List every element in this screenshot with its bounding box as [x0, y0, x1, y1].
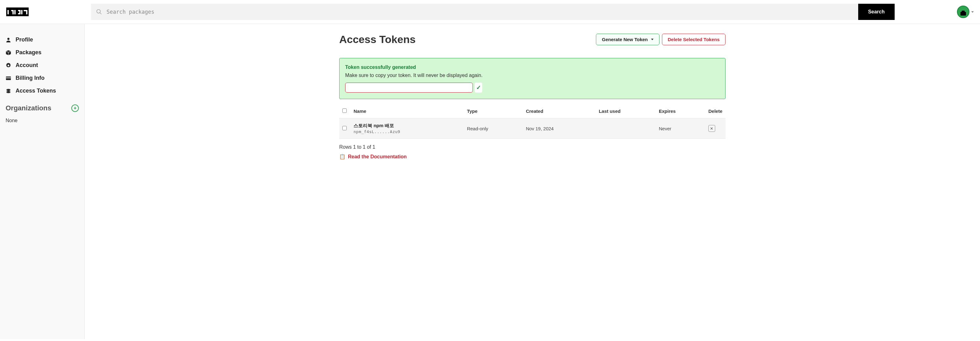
sidebar-item-label: Profile [16, 37, 33, 43]
page-head: Access Tokens Generate New Token Delete … [339, 33, 725, 46]
token-masked: npm_f4sL......Azu9 [353, 129, 400, 134]
svg-rect-3 [11, 11, 13, 14]
tokens-table: Name Type Created Last used Expires Dele… [339, 104, 725, 139]
sidebar-item-packages[interactable]: Packages [0, 46, 84, 59]
svg-point-19 [6, 90, 11, 92]
td-lastused [596, 118, 656, 139]
td-created: Nov 19, 2024 [523, 118, 596, 139]
npm-logo[interactable] [6, 8, 29, 16]
svg-point-18 [6, 89, 11, 91]
sidebar-item-label: Packages [16, 49, 41, 56]
svg-line-12 [100, 13, 102, 14]
svg-rect-6 [18, 11, 19, 13]
page-title: Access Tokens [339, 33, 415, 46]
person-icon [6, 37, 11, 43]
package-icon [6, 50, 11, 56]
card-icon [6, 75, 11, 81]
doc-link-row: 📋 Read the Documentation [339, 152, 725, 161]
generate-token-button[interactable]: Generate New Token [596, 33, 659, 45]
org-title: Organizations [6, 104, 51, 112]
table-row: 스토리북 npm 배포 npm_f4sL......Azu9 Read-only… [339, 118, 725, 139]
svg-rect-17 [6, 77, 11, 78]
th-name: Name [350, 104, 464, 118]
user-menu[interactable] [957, 6, 974, 18]
org-header: Organizations + [0, 97, 84, 115]
th-select [339, 104, 350, 118]
th-lastused: Last used [596, 104, 656, 118]
search-form: Search [91, 4, 895, 20]
chevron-down-icon [651, 39, 654, 40]
th-delete: Delete [705, 104, 725, 118]
content: Access Tokens Generate New Token Delete … [338, 33, 727, 161]
svg-rect-9 [24, 11, 25, 14]
rows-info: Rows 1 to 1 of 1 [339, 139, 725, 152]
search-button[interactable]: Search [858, 4, 895, 20]
coins-icon [6, 88, 11, 94]
success-alert: Token successfully generated Make sure t… [339, 58, 725, 99]
row-checkbox[interactable] [342, 126, 347, 130]
header: Search [0, 0, 980, 24]
sidebar: Profile Packages Account Billing Info Ac… [0, 24, 85, 339]
th-type: Type [464, 104, 523, 118]
sidebar-item-label: Account [16, 62, 38, 69]
org-none: None [0, 115, 84, 127]
search-icon [96, 9, 102, 15]
th-created: Created [523, 104, 596, 118]
svg-rect-10 [25, 11, 26, 14]
sidebar-item-billing[interactable]: Billing Info [0, 72, 84, 84]
page-actions: Generate New Token Delete Selected Token… [596, 33, 725, 45]
clipboard-icon: 📋 [339, 154, 345, 159]
check-icon[interactable]: ✓ [475, 83, 482, 92]
sidebar-item-tokens[interactable]: Access Tokens [0, 84, 84, 97]
sidebar-item-label: Billing Info [16, 75, 45, 81]
select-all-checkbox[interactable] [342, 108, 347, 113]
main: Access Tokens Generate New Token Delete … [85, 24, 980, 339]
svg-point-13 [8, 38, 10, 40]
doc-link[interactable]: Read the Documentation [348, 154, 407, 159]
token-row: ✓ [345, 83, 719, 92]
avatar [957, 6, 969, 18]
alert-text: Make sure to copy your token. It will ne… [345, 73, 719, 78]
sidebar-item-account[interactable]: Account [0, 59, 84, 72]
delete-row-button[interactable]: ✕ [708, 125, 715, 132]
svg-point-15 [8, 65, 10, 66]
delete-selected-button[interactable]: Delete Selected Tokens [662, 33, 725, 45]
layout: Profile Packages Account Billing Info Ac… [0, 24, 980, 339]
search-box [91, 4, 858, 20]
svg-point-11 [97, 10, 100, 13]
alert-title: Token successfully generated [345, 65, 719, 70]
sidebar-item-label: Access Tokens [16, 88, 56, 94]
td-name: 스토리북 npm 배포 npm_f4sL......Azu9 [350, 118, 464, 139]
gear-icon [6, 63, 11, 68]
svg-rect-5 [16, 10, 18, 16]
search-input[interactable] [107, 9, 853, 15]
td-type: Read-only [464, 118, 523, 139]
chevron-down-icon [971, 11, 974, 13]
td-expires: Never [656, 118, 705, 139]
svg-point-20 [6, 92, 11, 93]
svg-rect-2 [9, 10, 11, 14]
button-label: Generate New Token [602, 37, 648, 42]
sidebar-item-profile[interactable]: Profile [0, 33, 84, 46]
token-name: 스토리북 npm 배포 [353, 123, 461, 129]
token-field[interactable] [345, 83, 473, 92]
add-org-button[interactable]: + [72, 104, 79, 112]
svg-rect-8 [22, 10, 24, 14]
th-expires: Expires [656, 104, 705, 118]
